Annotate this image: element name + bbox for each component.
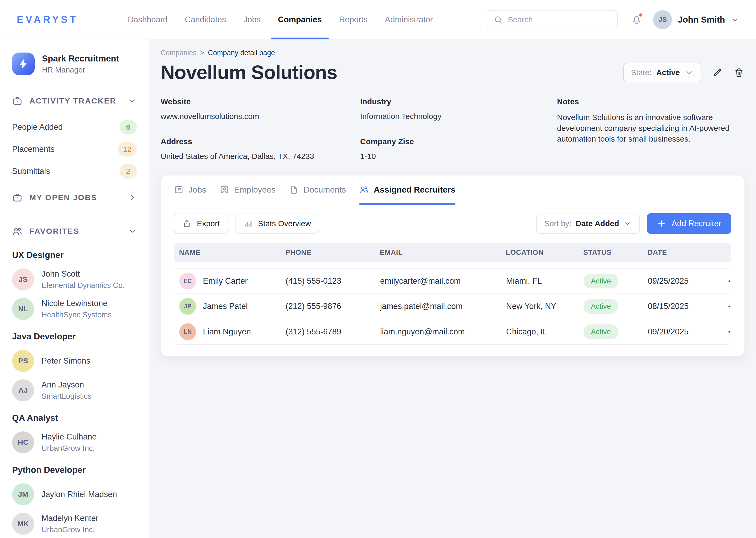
user-name: John Smith [678,15,725,25]
nav-companies[interactable]: Companies [269,0,330,39]
tab-employees[interactable]: Employees [219,175,276,204]
export-button[interactable]: Export [174,214,228,234]
delete-company-button[interactable] [733,67,744,78]
member-avatar: JM [12,483,34,506]
sort-dropdown[interactable]: Sort by: Date Added [536,214,640,234]
tab-assigned-recruiters[interactable]: Assigned Recruiters [359,175,455,204]
sidebar-section-my-open-jobs[interactable]: MY OPEN JOBS [12,190,137,205]
state-label: State: [631,68,651,77]
search-input[interactable] [508,15,611,24]
chevron-down-icon [623,219,632,228]
activity-item-people-added[interactable]: People Added 6 [12,120,137,134]
recruiter-email: james.patel@mail.com [380,301,506,311]
recruiter-email: liam.nguyen@mail.com [380,327,506,337]
company-info: Website www.novellumsolutions.com Addres… [161,97,744,161]
field-notes: Notes Novellum Solutions is an innovativ… [557,97,744,144]
member-company: UrbanGrow Inc. [41,444,97,453]
industry-value: Information Technology [360,112,557,121]
favorites-group-java-developer: Java Developer PS Peter Simons AJ Ann Ja… [12,332,137,402]
status-badge: Active [584,299,618,314]
favorite-member[interactable]: AJ Ann Jayson SmartLogistics [12,379,137,402]
col-phone: PHONE [285,248,380,257]
table-row[interactable]: LN Liam Nguyen (312) 555-6789 liam.nguye… [174,319,731,345]
state-value: Active [656,68,680,77]
brand-logo[interactable]: EVARYST [17,14,78,25]
recruiter-name: James Patel [203,301,248,311]
breadcrumb-companies-link[interactable]: Companies [161,49,197,57]
member-avatar: MK [12,513,34,535]
recruiter-date: 09/25/2025 [648,276,727,286]
col-status: STATUS [583,248,647,257]
table-row[interactable]: EC Emily Carter (415) 555-0123 emilycart… [174,269,731,294]
export-icon [182,219,192,228]
nav-candidates[interactable]: Candidates [176,0,235,39]
edit-company-button[interactable] [712,67,723,78]
favorite-member[interactable]: HC Haylie Culhane UrbanGrow Inc. [12,431,137,454]
member-company: UrbanGrow Inc. [41,525,98,534]
member-name: Nicole Lewinstone [41,299,112,308]
section-title: FAVORITES [29,227,79,236]
member-avatar: HC [12,431,34,454]
chevron-down-icon[interactable] [128,96,137,105]
recruiter-name: Liam Nguyen [203,327,251,337]
nav-jobs[interactable]: Jobs [235,0,269,39]
sidebar-section-favorites[interactable]: FAVORITES [12,224,137,239]
chevron-down-icon [685,68,693,77]
state-dropdown[interactable]: State: Active [623,63,701,82]
search-box [487,10,618,29]
website-value: www.novellumsolutions.com [161,112,360,121]
nav-administrator[interactable]: Administrator [376,0,442,39]
chevron-down-icon[interactable] [128,227,137,236]
count-badge: 12 [118,142,137,157]
favorite-member[interactable]: MK Madelyn Kenter UrbanGrow Inc. [12,513,137,535]
table-header: NAME PHONE EMAIL LOCATION STATUS DATE [174,243,731,262]
people-icon [12,226,23,237]
recruiters-card: Jobs Employees Documents [161,176,744,356]
table-toolbar: Export Stats Overview Sort by: Date Adde… [161,204,744,234]
member-name: Peter Simons [41,356,90,366]
favorite-member[interactable]: JM Jaylon Rhiel Madsen [12,483,137,506]
stats-overview-button[interactable]: Stats Overview [235,214,319,234]
main-nav: Dashboard Candidates Jobs Companies Repo… [119,0,442,39]
section-title: MY OPEN JOBS [29,193,97,202]
row-actions-menu[interactable] [727,327,731,337]
notifications-button[interactable] [631,14,642,26]
breadcrumb-separator: > [200,49,205,57]
favorites-group-qa-analyst: QA Analyst HC Haylie Culhane UrbanGrow I… [12,413,137,454]
add-recruiter-button[interactable]: Add Recruiter [647,213,731,234]
notes-value: Novellum Solutions is an innovative soft… [557,112,742,144]
row-actions-menu[interactable] [727,301,731,311]
table-row[interactable]: JP James Patel (212) 555-9876 james.pate… [174,294,731,319]
tab-documents[interactable]: Documents [289,175,346,204]
member-company: Elemental Dynamics Co. [41,281,125,290]
briefcase-icon [12,96,23,106]
tab-jobs[interactable]: Jobs [174,175,206,204]
group-title: UX Designer [12,250,137,260]
favorite-member[interactable]: PS Peter Simons [12,350,137,372]
row-actions-menu[interactable] [727,276,731,286]
recruiter-email: emilycarter@mail.com [380,276,506,286]
spark-lightning-logo [12,53,35,75]
bar-chart-icon [243,219,253,228]
col-email: EMAIL [380,248,506,257]
field-company-size: Company Zise 1-10 [360,137,557,161]
detail-tabs: Jobs Employees Documents [161,176,744,204]
user-menu[interactable]: JS John Smith [653,10,739,29]
employee-badge-icon [219,185,229,195]
recruiter-avatar: JP [179,298,196,315]
recruiter-phone: (212) 555-9876 [286,301,380,311]
chevron-right-icon[interactable] [128,193,137,202]
activity-item-placements[interactable]: Placements 12 [12,142,137,157]
nav-dashboard[interactable]: Dashboard [119,0,176,39]
activity-item-submittals[interactable]: Submittals 2 [12,164,137,179]
recruiter-avatar: LN [179,323,196,340]
count-badge: 2 [119,164,137,179]
member-name: Jaylon Rhiel Madsen [41,490,117,499]
favorite-member[interactable]: JS John Scott Elemental Dynamics Co. [12,268,137,291]
field-industry: Industry Information Technology [360,97,557,121]
field-address: Address United States of America, Dallas… [161,137,360,161]
nav-reports[interactable]: Reports [330,0,376,39]
document-icon [289,185,299,195]
sidebar-section-activity-tracker[interactable]: ACTIVITY TRACKER [12,93,137,108]
favorite-member[interactable]: NL Nicole Lewinstone HealthSync Systems [12,298,137,320]
